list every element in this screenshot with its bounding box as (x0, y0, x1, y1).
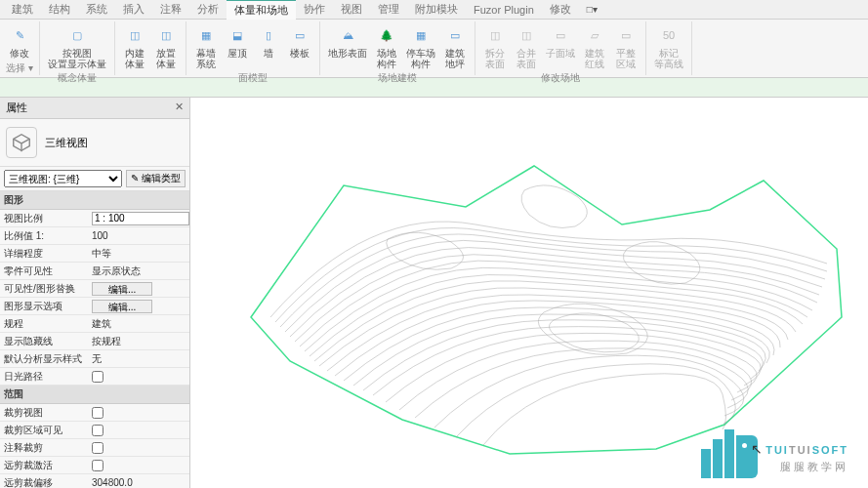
ribbon-icon: ▭ (614, 23, 638, 47)
ribbon-icon: ◫ (123, 23, 146, 47)
menu-item[interactable]: Fuzor Plugin (466, 2, 542, 18)
menu-item[interactable]: 注释 (152, 0, 189, 19)
property-key: 可见性/图形替换 (0, 282, 90, 296)
property-row: 注释裁剪 (0, 439, 189, 457)
property-checkbox[interactable] (92, 371, 103, 383)
instance-select[interactable]: 三维视图: {三维} (4, 170, 122, 187)
property-key: 显示隐藏线 (0, 335, 90, 348)
ribbon-icon: 50 (657, 23, 681, 47)
properties-list: 图形视图比例比例值 1:100详细程度中等零件可见性显示原状态可见性/图形替换编… (0, 191, 189, 488)
property-category[interactable]: 范围 (0, 386, 189, 404)
menu-tool[interactable]: □▾ (579, 2, 605, 17)
property-key: 比例值 1: (0, 229, 90, 243)
property-row: 规程建筑 (0, 315, 189, 333)
instance-selector-row: 三维视图: {三维} ✎ 编辑类型 (0, 167, 189, 191)
cube-icon (6, 127, 37, 158)
menu-item[interactable]: 管理 (370, 0, 407, 19)
ribbon-button[interactable]: ▢按视图设置显示体量 (44, 21, 110, 71)
property-category[interactable]: 图形 (0, 191, 189, 210)
ribbon-button[interactable]: ◫内建体量 (119, 21, 150, 71)
ribbon-label: 墙 (264, 48, 273, 59)
ribbon: ✎修改选择 ▾▢按视图设置显示体量概念体量◫内建体量◫放置体量▦幕墙系统⬓屋顶▯… (0, 20, 868, 78)
property-value[interactable]: 编辑... (90, 282, 189, 296)
property-value[interactable] (90, 212, 189, 225)
edit-type-button[interactable]: ✎ 编辑类型 (126, 170, 186, 187)
ribbon-button[interactable]: ⬓屋顶 (222, 21, 253, 71)
type-selector-row[interactable]: 三维视图 (0, 119, 189, 167)
property-key: 零件可见性 (0, 264, 90, 278)
ribbon-button[interactable]: ◫放置体量 (150, 21, 182, 71)
ribbon-label: 地形表面 (328, 48, 367, 59)
property-value[interactable] (90, 407, 189, 419)
ribbon-button[interactable]: ✎修改 (4, 21, 35, 61)
menu-item[interactable]: 建筑 (4, 0, 41, 19)
property-checkbox[interactable] (92, 460, 103, 471)
menu-bar: 建筑结构系统插入注释分析体量和场地协作视图管理附加模块Fuzor Plugin修… (0, 0, 868, 20)
ribbon-label: 楼板 (290, 48, 310, 59)
ribbon-button[interactable]: ⛰地形表面 (324, 21, 371, 71)
ribbon-icon: ▦ (409, 23, 433, 47)
property-row: 比例值 1:100 (0, 227, 189, 245)
ribbon-button[interactable]: ▭建筑地坪 (439, 21, 471, 71)
menu-item[interactable]: 分析 (189, 0, 227, 19)
ribbon-icon: ▢ (65, 23, 89, 47)
ribbon-button: ◫合并表面 (511, 21, 542, 71)
menu-item[interactable]: 体量和场地 (227, 0, 296, 20)
ribbon-button: ▱建筑红线 (579, 21, 610, 71)
ribbon-label: 平整区域 (616, 48, 636, 69)
ribbon-button[interactable]: ▭楼板 (284, 21, 315, 71)
property-value[interactable]: 中等 (90, 247, 189, 261)
property-checkbox[interactable] (92, 442, 103, 454)
property-value[interactable] (90, 442, 189, 454)
property-value[interactable]: 按规程 (90, 335, 189, 348)
property-key: 裁剪视图 (0, 406, 90, 420)
menu-item[interactable]: 结构 (41, 0, 78, 19)
menu-item[interactable]: 系统 (78, 0, 115, 19)
ribbon-button[interactable]: 🌲场地构件 (371, 21, 402, 71)
ribbon-icon: ✎ (8, 23, 31, 47)
ribbon-group: ▢按视图设置显示体量概念体量 (40, 21, 115, 75)
property-checkbox[interactable] (92, 407, 103, 419)
property-value[interactable] (90, 425, 189, 436)
ribbon-icon: ▭ (288, 23, 311, 47)
property-value[interactable]: 编辑... (90, 300, 189, 313)
property-edit-button[interactable]: 编辑... (92, 300, 152, 313)
ribbon-group: ▦幕墙系统⬓屋顶▯墙▭楼板面模型 (186, 21, 320, 75)
ribbon-icon: ▭ (443, 23, 467, 47)
property-value[interactable]: 304800.0 (90, 477, 189, 488)
property-value[interactable]: 100 (90, 230, 189, 241)
property-value[interactable]: 建筑 (90, 317, 189, 331)
property-value[interactable] (90, 371, 189, 383)
ribbon-group: 50标记等高线 (646, 21, 692, 75)
menu-item[interactable]: 附加模块 (407, 0, 466, 19)
property-value[interactable]: 显示原状态 (90, 264, 189, 278)
type-name: 三维视图 (45, 136, 88, 150)
property-value[interactable] (90, 460, 189, 471)
ribbon-group-label: 概念体量 (58, 71, 97, 85)
ribbon-icon: ▦ (194, 23, 218, 47)
property-input[interactable] (92, 212, 189, 225)
menu-item[interactable]: 协作 (296, 0, 333, 19)
viewport-3d[interactable]: TUITUISOFT 腿腿教学网 ↖ (190, 98, 868, 488)
menu-item[interactable]: 修改 (542, 0, 579, 19)
ribbon-group: ✎修改选择 ▾ (0, 21, 40, 75)
ribbon-button[interactable]: ▯墙 (253, 21, 284, 71)
ribbon-button[interactable]: ▦停车场构件 (402, 21, 439, 71)
ribbon-group-label: 选择 ▾ (6, 61, 33, 75)
ribbon-label: 停车场构件 (406, 48, 435, 69)
ribbon-label: 合并表面 (517, 48, 536, 69)
property-key: 图形显示选项 (0, 300, 90, 313)
close-icon[interactable]: ✕ (175, 101, 184, 115)
property-key: 裁剪区域可见 (0, 424, 90, 437)
ribbon-button: 50标记等高线 (650, 21, 687, 71)
menu-item[interactable]: 插入 (115, 0, 152, 19)
ribbon-button[interactable]: ▦幕墙系统 (190, 21, 222, 71)
menu-item[interactable]: 视图 (333, 0, 370, 19)
property-value[interactable]: 无 (90, 352, 189, 366)
property-edit-button[interactable]: 编辑... (92, 282, 152, 296)
ribbon-label: 修改 (10, 48, 29, 59)
property-checkbox[interactable] (92, 425, 103, 436)
properties-header: 属性 ✕ (0, 98, 189, 119)
property-row: 图形显示选项编辑... (0, 298, 189, 315)
ribbon-button: ▭子面域 (542, 21, 579, 71)
